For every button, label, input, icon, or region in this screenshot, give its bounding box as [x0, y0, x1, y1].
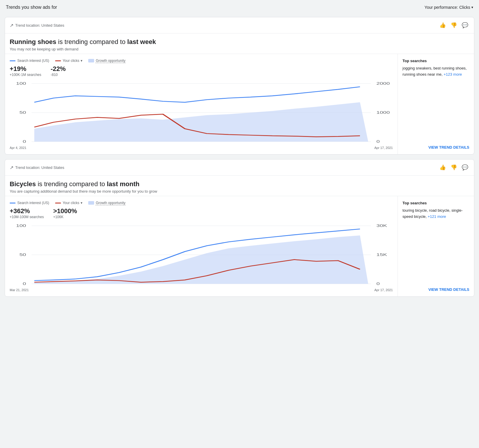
growth-area — [34, 102, 368, 142]
trend-icon: ↗ — [10, 23, 13, 28]
page-title: Trends you show ads for — [6, 5, 57, 10]
top-searches-2: Top searches touring bicycle, road bicyc… — [402, 201, 469, 220]
trend-body-2: Search interest (US) Your clicks ▾ Growt… — [5, 196, 474, 296]
date-start-2: Mar 21, 2021 — [10, 288, 29, 292]
svg-text:0: 0 — [376, 140, 380, 144]
performance-label: Your performance: Clicks — [424, 5, 470, 10]
date-end: Apr 17, 2021 — [374, 146, 393, 150]
top-searches-text: jogging sneakers, best running shoes, ru… — [402, 65, 469, 78]
thumbs-down-button-2[interactable]: 👎 — [449, 163, 458, 172]
trend-period-2: last month — [107, 180, 139, 188]
svg-text:100: 100 — [16, 224, 26, 228]
top-searches-text-2: touring bicycle, road bicycle, single-sp… — [402, 208, 469, 220]
top-searches-title: Top searches — [402, 59, 469, 63]
trend-card-header-2: ↗ Trend location: United States 👍 👎 💬 — [5, 159, 474, 176]
chart-svg: 100 50 0 2000 1000 0 — [10, 80, 393, 145]
right-section-2: Top searches touring bicycle, road bicyc… — [398, 196, 474, 296]
trend-keyword-2: Bicycles — [10, 180, 36, 188]
svg-text:50: 50 — [19, 111, 26, 115]
clicks-dropdown-icon: ▾ — [81, 59, 82, 63]
svg-text:0: 0 — [23, 140, 26, 144]
view-details-button-2[interactable]: VIEW TREND DETAILS — [402, 287, 469, 292]
metric-search: +19% +100K-1M searches — [10, 65, 41, 77]
comment-button[interactable]: 💬 — [461, 21, 469, 30]
svg-text:50: 50 — [19, 253, 26, 257]
trend-subtitle-2: You are capturing additional demand but … — [10, 189, 469, 194]
svg-text:0: 0 — [23, 282, 26, 286]
blue-line-icon-2 — [10, 203, 16, 203]
chart-container: 100 50 0 2000 1000 0 — [10, 80, 393, 145]
legend-search-interest-2: Search interest (US) — [10, 201, 49, 205]
more-link-2[interactable]: +121 more — [428, 214, 446, 219]
metric-search-2: +362% +10M-100M searches — [10, 207, 44, 219]
trend-subtitle: You may not be keeping up with demand — [10, 47, 469, 51]
comment-button-2[interactable]: 💬 — [461, 163, 469, 172]
red-line-icon — [55, 60, 61, 61]
trend-title: Running shoes is trending compared to la… — [10, 38, 469, 46]
thumbs-up-button-2[interactable]: 👍 — [438, 163, 447, 172]
chart-section-2: Search interest (US) Your clicks ▾ Growt… — [5, 196, 398, 296]
top-searches-title-2: Top searches — [402, 201, 469, 205]
metric-value-clicks: -22% — [51, 65, 66, 73]
top-searches: Top searches jogging sneakers, best runn… — [402, 59, 469, 78]
trend-icon-2: ↗ — [10, 165, 13, 170]
chart-svg-2: 100 50 0 30K 15K 0 — [10, 223, 393, 287]
metrics-row: +19% +100K-1M searches -22% -810 — [10, 65, 393, 77]
more-link[interactable]: +123 more — [444, 72, 462, 77]
trend-body: Search interest (US) Your clicks ▾ Growt… — [5, 54, 474, 154]
metric-sub-clicks-2: +106K — [53, 215, 77, 219]
metric-sub-search: +100K-1M searches — [10, 73, 41, 77]
trend-actions-2: 👍 👎 💬 — [438, 163, 469, 172]
trend-title-section: Running shoes is trending compared to la… — [5, 33, 474, 54]
metric-value-search-2: +362% — [10, 207, 44, 215]
area-icon — [88, 59, 94, 62]
area-icon-2 — [88, 201, 94, 205]
metric-sub-search-2: +10M-100M searches — [10, 215, 44, 219]
right-section: Top searches jogging sneakers, best runn… — [398, 54, 474, 154]
red-line-icon-2 — [55, 203, 61, 203]
trend-location-2: ↗ Trend location: United States — [10, 165, 64, 170]
legend-search-interest: Search interest (US) — [10, 59, 49, 63]
legend-growth-opportunity-2: Growth opportunity — [88, 201, 125, 205]
legend: Search interest (US) Your clicks ▾ Growt… — [10, 59, 393, 63]
legend-growth-opportunity: Growth opportunity — [88, 59, 125, 63]
thumbs-up-button[interactable]: 👍 — [438, 21, 447, 30]
metric-value-clicks-2: >1000% — [53, 207, 77, 215]
trend-title-section-2: Bicycles is trending compared to last mo… — [5, 176, 474, 196]
view-details-button[interactable]: VIEW TREND DETAILS — [402, 145, 469, 150]
svg-text:100: 100 — [16, 82, 26, 86]
chart-dates-2: Mar 21, 2021 Apr 17, 2021 — [10, 288, 393, 292]
date-end-2: Apr 17, 2021 — [374, 288, 393, 292]
legend-your-clicks-2[interactable]: Your clicks ▾ — [55, 201, 82, 205]
metric-sub-clicks: -810 — [51, 73, 66, 77]
svg-text:15K: 15K — [376, 253, 387, 257]
trend-card-running-shoes: ↗ Trend location: United States 👍 👎 💬 Ru… — [5, 17, 474, 155]
thumbs-down-button[interactable]: 👎 — [449, 21, 458, 30]
svg-text:30K: 30K — [376, 224, 387, 228]
legend-your-clicks[interactable]: Your clicks ▾ — [55, 59, 82, 63]
chart-container-2: 100 50 0 30K 15K 0 — [10, 223, 393, 287]
performance-dropdown[interactable]: Your performance: Clicks ▾ — [424, 5, 473, 10]
metric-value-search: +19% — [10, 65, 41, 73]
search-interest-line — [34, 87, 360, 102]
trend-keyword: Running shoes — [10, 38, 56, 45]
metric-clicks: -22% -810 — [51, 65, 66, 77]
chevron-down-icon: ▾ — [471, 5, 473, 9]
svg-text:0: 0 — [376, 282, 380, 286]
trend-title-2: Bicycles is trending compared to last mo… — [10, 180, 469, 188]
chart-dates: Apr 4, 2021 Apr 17, 2021 — [10, 146, 393, 150]
trend-period: last week — [127, 38, 156, 45]
trend-actions: 👍 👎 💬 — [438, 21, 469, 30]
trend-card-bicycles: ↗ Trend location: United States 👍 👎 💬 Bi… — [5, 159, 474, 297]
metric-clicks-2: >1000% +106K — [53, 207, 77, 219]
metrics-row-2: +362% +10M-100M searches >1000% +106K — [10, 207, 393, 219]
page-header: Trends you show ads for Your performance… — [0, 0, 479, 15]
svg-text:1000: 1000 — [376, 111, 390, 115]
date-start: Apr 4, 2021 — [10, 146, 26, 150]
trend-card-header: ↗ Trend location: United States 👍 👎 💬 — [5, 17, 474, 33]
clicks-dropdown-icon-2: ▾ — [81, 201, 82, 205]
blue-line-icon — [10, 60, 16, 61]
svg-text:2000: 2000 — [376, 82, 390, 86]
legend-2: Search interest (US) Your clicks ▾ Growt… — [10, 201, 393, 205]
chart-section: Search interest (US) Your clicks ▾ Growt… — [5, 54, 398, 154]
